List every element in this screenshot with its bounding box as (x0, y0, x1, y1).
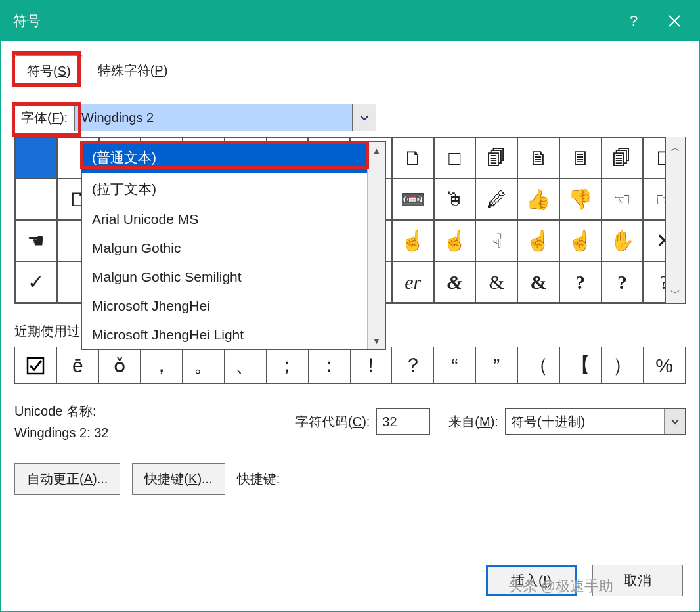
cancel-button[interactable]: 取消 (592, 565, 683, 596)
recent-cell[interactable]: 、 (225, 347, 267, 383)
tab-special-chars[interactable]: 特殊字符(P) (86, 54, 180, 85)
grid-cell[interactable] (15, 179, 57, 220)
from-value: 符号(十进制) (511, 413, 585, 431)
scroll-down-icon[interactable]: ▼ (368, 332, 385, 349)
grid-cell[interactable]: er (392, 261, 434, 303)
grid-cell[interactable]: & (434, 261, 476, 303)
grid-cell[interactable]: ☝ (559, 220, 602, 261)
close-button[interactable] (654, 1, 695, 41)
scroll-down-icon[interactable]: ﹀ (666, 282, 685, 303)
font-option[interactable]: Microsoft JhengHei Light (82, 320, 385, 349)
shortcut-label: 快捷键: (237, 470, 280, 488)
symbol-dialog: 符号 ? 符号(S) 特殊字符(P) 字体(F): Wingdings 2 (0, 0, 700, 612)
scroll-up-icon[interactable]: ︿ (666, 137, 685, 158)
help-button[interactable]: ? (613, 1, 654, 41)
font-label: 字体(F): (14, 105, 74, 131)
insert-button[interactable]: 插入(I) (486, 565, 577, 596)
recent-cell[interactable]: ？ (392, 347, 434, 383)
grid-cell[interactable]: ☟ (475, 220, 517, 261)
font-option[interactable]: Microsoft JhengHei (82, 292, 385, 320)
font-value[interactable]: Wingdings 2 (75, 104, 352, 131)
title-bar: 符号 ? (1, 1, 699, 41)
font-row: 字体(F): Wingdings 2 (14, 104, 686, 131)
shortcut-row: 自动更正(A)... 快捷键(K)... 快捷键: (14, 463, 686, 495)
recent-cell[interactable] (15, 347, 57, 383)
font-dropdown-list[interactable]: (普通文本) (拉丁文本) Arial Unicode MS Malgun Go… (81, 141, 386, 350)
grid-cell[interactable]: ✋ (602, 220, 644, 261)
recent-cell[interactable]: ； (267, 347, 309, 383)
grid-scrollbar[interactable]: ︿ ﹀ (665, 137, 685, 303)
from-select[interactable]: 符号(十进制) (505, 408, 686, 435)
recent-cell[interactable]: ： (309, 347, 351, 383)
grid-cell[interactable]: ☝ (434, 220, 476, 261)
grid-cell[interactable]: 🗐 (602, 137, 644, 179)
grid-cell[interactable]: ☝ (517, 220, 559, 261)
unicode-name-value: Wingdings 2: 32 (14, 426, 290, 441)
recent-cell[interactable]: ！ (351, 347, 393, 383)
font-combobox[interactable]: Wingdings 2 (74, 104, 376, 131)
font-option[interactable]: Arial Unicode MS (82, 205, 385, 234)
recent-cell[interactable]: 。 (183, 347, 225, 383)
grid-cell[interactable]: & (475, 261, 517, 303)
grid-cell[interactable]: ☝ (392, 220, 434, 261)
font-option[interactable]: Malgun Gothic Semilight (82, 263, 385, 292)
dialog-title: 符号 (13, 12, 613, 30)
grid-cell[interactable]: 👍 (517, 179, 559, 220)
recent-cell[interactable]: ” (476, 347, 518, 383)
scroll-up-icon[interactable]: ▲ (368, 142, 385, 159)
recent-cell[interactable]: 【 (560, 347, 602, 383)
recent-symbols-row: ē ǒ ， 。 、 ； ： ！ ？ “ ” （ 【 ） % (14, 347, 686, 384)
dropdown-scrollbar[interactable]: ▲ ▼ (367, 142, 385, 349)
recent-cell[interactable]: ǒ (99, 347, 141, 383)
recent-cell[interactable]: （ (518, 347, 560, 383)
grid-cell[interactable]: ☚ (15, 220, 57, 261)
recent-cell[interactable]: ， (141, 347, 183, 383)
font-option[interactable]: (普通文本) (82, 142, 385, 173)
grid-cell[interactable]: ✓ (15, 261, 57, 303)
grid-cell[interactable]: 🗋 (392, 137, 434, 179)
grid-cell[interactable]: 📼 (392, 179, 434, 220)
grid-cell[interactable]: ☜ (602, 179, 644, 220)
grid-cell[interactable]: 👎 (559, 179, 602, 220)
recent-cell[interactable]: % (644, 347, 685, 383)
scroll-track[interactable] (368, 159, 385, 332)
grid-cell[interactable]: ? (559, 261, 602, 303)
font-option[interactable]: (拉丁文本) (82, 173, 385, 205)
footer-buttons: 插入(I) 取消 (486, 565, 683, 596)
chevron-down-icon[interactable] (352, 104, 376, 131)
grid-cell[interactable]: 🗎 (517, 137, 559, 179)
shortcut-key-button[interactable]: 快捷键(K)... (132, 463, 225, 495)
grid-cell[interactable]: ? (602, 261, 644, 303)
recent-cell[interactable]: ） (602, 347, 644, 383)
grid-cell[interactable]: 🖉 (475, 179, 517, 220)
chevron-down-icon[interactable] (664, 409, 685, 434)
grid-cell[interactable]: 🗐 (475, 137, 517, 179)
scroll-track[interactable] (666, 158, 685, 282)
autocorrect-button[interactable]: 自动更正(A)... (14, 463, 120, 495)
charcode-label: 字符代码(C): (295, 413, 370, 431)
grid-cell[interactable]: 🗏 (559, 137, 602, 179)
recent-cell[interactable]: “ (434, 347, 476, 383)
grid-cell[interactable]: 🖰 (434, 179, 476, 220)
grid-cell[interactable] (15, 137, 57, 179)
charcode-input[interactable]: 32 (376, 408, 430, 435)
grid-cell[interactable]: & (517, 261, 559, 303)
grid-cell[interactable]: □ (434, 137, 476, 179)
from-label: 来自(M): (448, 413, 498, 431)
info-row: Unicode 名称: Wingdings 2: 32 字符代码(C): 32 … (14, 403, 686, 441)
recent-cell[interactable]: ē (57, 347, 99, 383)
font-option[interactable]: Malgun Gothic (82, 234, 385, 263)
tab-strip: 符号(S) 特殊字符(P) (14, 54, 686, 85)
tab-symbols[interactable]: 符号(S) (14, 55, 83, 86)
unicode-name-label: Unicode 名称: (14, 403, 290, 420)
